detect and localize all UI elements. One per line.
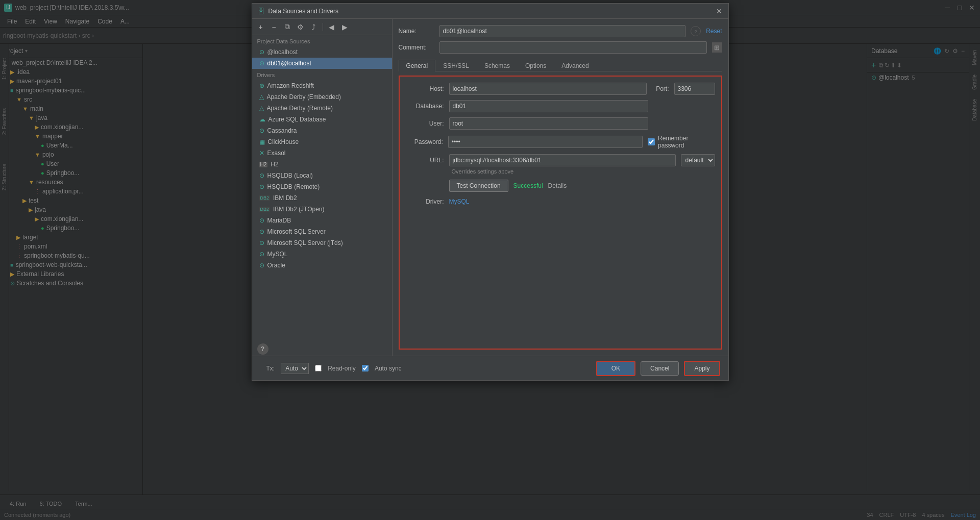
name-row: Name: ○ Reset <box>399 25 722 37</box>
datasource-db01[interactable]: ⊙ db01@localhost <box>252 58 392 69</box>
comment-input[interactable] <box>439 41 707 54</box>
dialog-close-btn[interactable]: ✕ <box>715 7 723 15</box>
nav-fwd-btn[interactable]: ▶ <box>339 21 351 33</box>
host-input[interactable] <box>449 83 647 95</box>
dialog-body: + − ⧉ ⚙ ⤴ ◀ ▶ Project Data Sources ⊙ @lo… <box>252 19 728 356</box>
dialog-buttons: Tx: Auto Read-only Auto sync OK Cancel A… <box>252 356 728 380</box>
help-button[interactable]: ? <box>257 343 268 355</box>
driver-label: Amazon Redshift <box>267 82 314 89</box>
remember-password-label: Remember password <box>658 135 715 149</box>
driver-exasol[interactable]: ✕ Exasol <box>252 147 392 159</box>
driver-label: H2 <box>271 161 278 168</box>
driver-apache-derby-remote[interactable]: △ Apache Derby (Remote) <box>252 103 392 114</box>
datasources-dialog: 🗄 Data Sources and Drivers ✕ + − ⧉ ⚙ ⤴ ◀… <box>252 3 729 381</box>
help-btn-container: ? <box>257 343 268 355</box>
driver-label: Azure SQL Database <box>268 116 326 123</box>
driver-hsqldb-remote[interactable]: ⊙ HSQLDB (Remote) <box>252 181 392 192</box>
driver-label: MariaDB <box>267 217 291 224</box>
url-label: URL: <box>406 157 444 164</box>
datasource-icon: ⊙ <box>259 48 264 56</box>
modal-overlay: 🗄 Data Sources and Drivers ✕ + − ⧉ ⚙ ⤴ ◀… <box>0 0 980 520</box>
driver-icon: H2 <box>259 162 268 167</box>
url-input[interactable] <box>449 154 676 166</box>
driver-mssql[interactable]: ⊙ Microsoft SQL Server <box>252 226 392 237</box>
auto-sync-label: Auto sync <box>375 365 402 372</box>
reset-btn[interactable]: Reset <box>706 28 722 35</box>
port-input[interactable] <box>674 83 715 95</box>
database-input[interactable] <box>449 100 648 112</box>
driver-icon: ⊙ <box>259 127 264 134</box>
driver-cassandra[interactable]: ⊙ Cassandra <box>252 125 392 136</box>
driver-apache-derby-embedded[interactable]: △ Apache Derby (Embedded) <box>252 91 392 103</box>
port-label: Port: <box>656 85 669 92</box>
driver-ibm-db2[interactable]: DB2 IBM Db2 <box>252 192 392 204</box>
driver-icon: DB2 <box>259 195 271 201</box>
driver-hsqldb-local[interactable]: ⊙ HSQLDB (Local) <box>252 170 392 181</box>
driver-link[interactable]: MySQL <box>449 198 470 205</box>
tab-advanced[interactable]: Advanced <box>554 60 596 71</box>
nav-back-btn[interactable]: ◀ <box>326 21 337 33</box>
dialog-right-pane: Name: ○ Reset Comment: ⊞ General SSH/SSL… <box>393 19 728 356</box>
driver-label: Apache Derby (Embedded) <box>267 93 341 101</box>
database-label: Database: <box>406 103 444 110</box>
remember-password-checkbox[interactable] <box>648 138 655 145</box>
driver-mssql-jtds[interactable]: ⊙ Microsoft SQL Server (jTds) <box>252 237 392 249</box>
comment-expand-btn[interactable]: ⊞ <box>712 42 722 53</box>
add-datasource-btn[interactable]: + <box>255 21 266 33</box>
password-row: Password: Remember password <box>406 135 715 149</box>
edit-datasource-btn[interactable]: ⚙ <box>295 21 306 33</box>
driver-oracle[interactable]: ⊙ Oracle <box>252 260 392 271</box>
readonly-checkbox[interactable] <box>315 365 322 372</box>
tx-select[interactable]: Auto <box>281 363 309 374</box>
driver-label: Apache Derby (Remote) <box>267 105 333 112</box>
user-row: User: <box>406 117 715 130</box>
connection-form: Host: Port: Database: User: <box>399 76 722 350</box>
import-datasource-btn[interactable]: ⤴ <box>308 21 320 33</box>
project-datasources-header: Project Data Sources <box>252 35 392 46</box>
apply-button[interactable]: Apply <box>684 361 720 376</box>
user-label: User: <box>406 120 444 127</box>
test-connection-row: Test Connection Successful Details <box>449 180 715 192</box>
comment-label: Comment: <box>399 44 434 51</box>
driver-icon: △ <box>259 105 264 112</box>
datasource-at-localhost[interactable]: ⊙ @localhost <box>252 46 392 58</box>
driver-label: Microsoft SQL Server (jTds) <box>267 239 343 246</box>
name-input[interactable] <box>439 25 686 37</box>
dialog-left-toolbar: + − ⧉ ⚙ ⤴ ◀ ▶ <box>252 19 392 35</box>
password-input[interactable] <box>448 136 643 148</box>
driver-icon: ☁ <box>259 116 265 123</box>
url-row: URL: default <box>406 154 715 166</box>
url-override-note: Overrides settings above <box>452 168 715 175</box>
tab-general[interactable]: General <box>399 60 436 71</box>
driver-label: MySQL <box>267 251 288 258</box>
url-scheme-select[interactable]: default <box>681 154 715 166</box>
driver-icon: ⊙ <box>259 217 264 224</box>
driver-icon: ⊕ <box>259 82 264 89</box>
driver-h2[interactable]: H2 H2 <box>252 159 392 170</box>
tab-schemas[interactable]: Schemas <box>477 60 518 71</box>
comment-row: Comment: ⊞ <box>399 41 722 54</box>
remove-datasource-btn[interactable]: − <box>268 21 280 33</box>
driver-mariadb[interactable]: ⊙ MariaDB <box>252 215 392 226</box>
driver-icon: △ <box>259 93 264 101</box>
ok-button[interactable]: OK <box>596 361 635 376</box>
driver-clickhouse[interactable]: ▦ ClickHouse <box>252 136 392 147</box>
driver-ibm-db2-jtopen[interactable]: DB2 IBM Db2 (JTOpen) <box>252 204 392 215</box>
copy-datasource-btn[interactable]: ⧉ <box>282 21 293 33</box>
test-connection-details[interactable]: Details <box>548 182 567 189</box>
driver-row: Driver: MySQL <box>406 198 715 205</box>
driver-mysql[interactable]: ⊙ MySQL <box>252 249 392 260</box>
driver-azure-sql[interactable]: ☁ Azure SQL Database <box>252 114 392 125</box>
password-label: Password: <box>406 138 443 145</box>
tx-label: Tx: <box>266 365 275 372</box>
auto-sync-checkbox[interactable] <box>362 365 369 372</box>
driver-label: HSQLDB (Local) <box>267 172 313 179</box>
cancel-button[interactable]: Cancel <box>641 361 679 376</box>
dialog-icon: 🗄 <box>257 7 264 15</box>
tab-ssh-ssl[interactable]: SSH/SSL <box>435 60 477 71</box>
user-input[interactable] <box>449 117 648 130</box>
test-connection-btn[interactable]: Test Connection <box>449 180 508 192</box>
tab-options[interactable]: Options <box>518 60 554 71</box>
host-port-row: Host: Port: <box>406 83 715 95</box>
driver-amazon-redshift[interactable]: ⊕ Amazon Redshift <box>252 80 392 91</box>
